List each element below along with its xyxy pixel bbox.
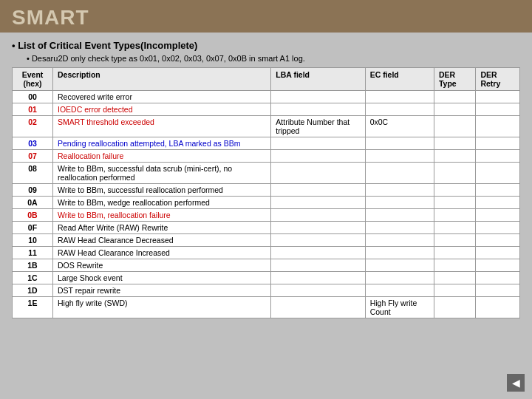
cell-ec bbox=[365, 163, 434, 184]
cell-der-retry bbox=[476, 91, 520, 103]
table-row: 1B DOS Rewrite bbox=[13, 259, 520, 272]
cell-der-type bbox=[434, 297, 475, 318]
cell-ec: 0x0C bbox=[365, 116, 434, 137]
cell-der-retry bbox=[476, 163, 520, 184]
cell-ec bbox=[365, 247, 434, 259]
cell-lba bbox=[271, 297, 365, 318]
col-header-event: Event(hex) bbox=[13, 68, 53, 91]
cell-der-retry bbox=[476, 103, 520, 116]
cell-der-type bbox=[434, 137, 475, 150]
cell-ec bbox=[365, 259, 434, 272]
table-row: 11 RAW Head Clearance Increased bbox=[13, 247, 520, 259]
cell-description: Write to BBm, successful reallocation pe… bbox=[53, 184, 271, 197]
cell-ec bbox=[365, 272, 434, 284]
sub-bullet-text: Desaru2D only check type as 0x01, 0x02, … bbox=[32, 54, 305, 63]
cell-lba bbox=[271, 184, 365, 197]
section-title: • List of Critical Event Types(Incomplet… bbox=[12, 40, 520, 51]
cell-lba bbox=[271, 209, 365, 222]
cell-description: Recovered write error bbox=[53, 91, 271, 103]
cell-description: Read After Write (RAW) Rewrite bbox=[53, 222, 271, 234]
table-row: 10 RAW Head Clearance Decreased bbox=[13, 234, 520, 247]
cell-event: 0A bbox=[13, 197, 53, 209]
cell-der-retry bbox=[476, 116, 520, 137]
table-row: 0F Read After Write (RAW) Rewrite bbox=[13, 222, 520, 234]
col-header-der-type: DER Type bbox=[434, 68, 475, 91]
cell-lba bbox=[271, 259, 365, 272]
cell-ec bbox=[365, 222, 434, 234]
cell-der-type bbox=[434, 197, 475, 209]
cell-lba bbox=[271, 272, 365, 284]
cell-der-retry bbox=[476, 297, 520, 318]
table-row: 03 Pending reallocation attempted, LBA m… bbox=[13, 137, 520, 150]
cell-event: 02 bbox=[13, 116, 53, 137]
cell-description: DST repair rewrite bbox=[53, 284, 271, 297]
cell-ec bbox=[365, 197, 434, 209]
cell-event: 07 bbox=[13, 150, 53, 163]
cell-description: Large Shock event bbox=[53, 272, 271, 284]
cell-description: IOEDC error detected bbox=[53, 103, 271, 116]
cell-der-retry bbox=[476, 284, 520, 297]
cell-ec bbox=[365, 137, 434, 150]
cell-event: 01 bbox=[13, 103, 53, 116]
cell-description: Write to BBm, successful data scrub (min… bbox=[53, 163, 271, 184]
cell-ec bbox=[365, 150, 434, 163]
cell-description: SMART threshold exceeded bbox=[53, 116, 271, 137]
table-row: 00 Recovered write error bbox=[13, 91, 520, 103]
cell-event: 1C bbox=[13, 272, 53, 284]
main-content: • List of Critical Event Types(Incomplet… bbox=[0, 33, 532, 326]
page-title: SMART bbox=[12, 6, 520, 30]
cell-description: Reallocation failure bbox=[53, 150, 271, 163]
cell-event: 1E bbox=[13, 297, 53, 318]
cell-event: 1D bbox=[13, 284, 53, 297]
cell-der-retry bbox=[476, 209, 520, 222]
cell-lba bbox=[271, 150, 365, 163]
cell-der-retry bbox=[476, 247, 520, 259]
sub-bullet: • Desaru2D only check type as 0x01, 0x02… bbox=[27, 54, 520, 63]
cell-lba bbox=[271, 234, 365, 247]
cell-der-type bbox=[434, 272, 475, 284]
cell-lba bbox=[271, 284, 365, 297]
cell-ec bbox=[365, 284, 434, 297]
cell-der-type bbox=[434, 184, 475, 197]
cell-event: 10 bbox=[13, 234, 53, 247]
cell-der-type bbox=[434, 150, 475, 163]
cell-der-retry bbox=[476, 150, 520, 163]
cell-ec: High Fly write Count bbox=[365, 297, 434, 318]
cell-description: Write to BBm, reallocation failure bbox=[53, 209, 271, 222]
table-row: 09 Write to BBm, successful reallocation… bbox=[13, 184, 520, 197]
cell-ec bbox=[365, 91, 434, 103]
cell-lba bbox=[271, 222, 365, 234]
cell-event: 11 bbox=[13, 247, 53, 259]
cell-der-retry bbox=[476, 184, 520, 197]
cell-lba: Attribute Number that tripped bbox=[271, 116, 365, 137]
table-row: 1E High fly write (SWD) High Fly write C… bbox=[13, 297, 520, 318]
cell-event: 00 bbox=[13, 91, 53, 103]
nav-back-button[interactable] bbox=[507, 374, 525, 392]
table-header-row: Event(hex) Description LBA field EC fiel… bbox=[13, 68, 520, 91]
cell-der-type bbox=[434, 234, 475, 247]
table-row: 1C Large Shock event bbox=[13, 272, 520, 284]
cell-description: Write to BBm, wedge reallocation perform… bbox=[53, 197, 271, 209]
col-header-der-retry: DER Retry bbox=[476, 68, 520, 91]
col-header-ec: EC field bbox=[365, 68, 434, 91]
bullet-icon: • bbox=[12, 40, 18, 51]
cell-der-type bbox=[434, 209, 475, 222]
cell-lba bbox=[271, 91, 365, 103]
cell-lba bbox=[271, 247, 365, 259]
col-header-description: Description bbox=[53, 68, 271, 91]
cell-der-type bbox=[434, 163, 475, 184]
table-row: 02 SMART threshold exceeded Attribute Nu… bbox=[13, 116, 520, 137]
cell-event: 03 bbox=[13, 137, 53, 150]
cell-description: Pending reallocation attempted, LBA mark… bbox=[53, 137, 271, 150]
cell-lba bbox=[271, 197, 365, 209]
cell-der-retry bbox=[476, 197, 520, 209]
table-row: 0A Write to BBm, wedge reallocation perf… bbox=[13, 197, 520, 209]
table-row: 07 Reallocation failure bbox=[13, 150, 520, 163]
cell-event: 0B bbox=[13, 209, 53, 222]
cell-description: DOS Rewrite bbox=[53, 259, 271, 272]
cell-der-type bbox=[434, 259, 475, 272]
cell-der-type bbox=[434, 103, 475, 116]
cell-der-retry bbox=[476, 259, 520, 272]
table-row: 01 IOEDC error detected bbox=[13, 103, 520, 116]
cell-event: 09 bbox=[13, 184, 53, 197]
